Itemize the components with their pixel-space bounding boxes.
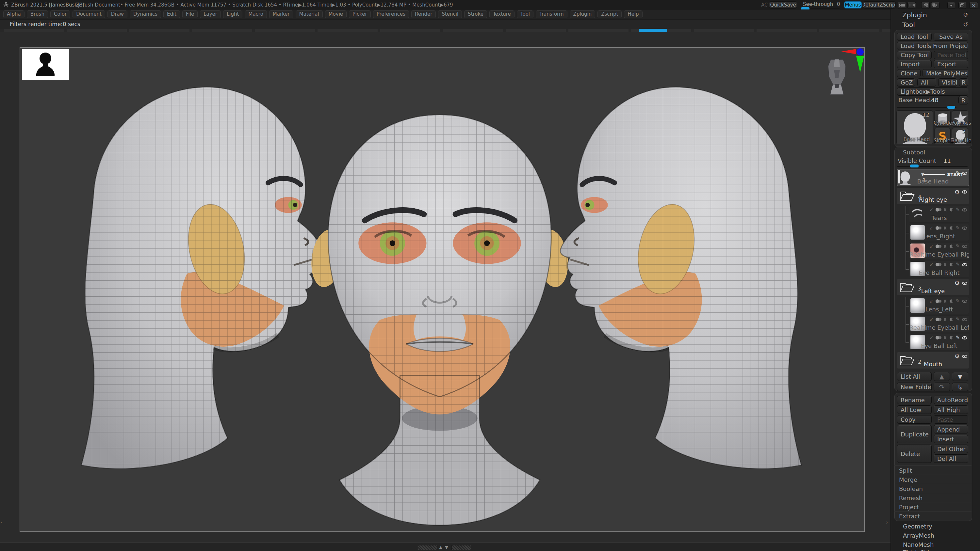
lightbox-tools-button[interactable]: Lightbox▶Tools (897, 87, 968, 96)
zplugin-palette-header[interactable]: Zplugin (902, 11, 927, 19)
menu-marker[interactable]: Marker (269, 10, 293, 18)
boolean-add-icon[interactable] (935, 263, 939, 266)
subtool-label[interactable]: Realtime Eyeball Right (910, 251, 969, 258)
right-edge-collapse-icon[interactable]: › (886, 520, 888, 525)
copy-tool-button[interactable]: Copy Tool (897, 51, 932, 59)
next-layout-button[interactable] (931, 2, 940, 9)
boolean-add-icon[interactable] (935, 318, 939, 321)
section-merge[interactable]: Merge (894, 475, 972, 484)
menu-tool[interactable]: Tool (517, 10, 533, 18)
subtool-label[interactable]: Tears (910, 214, 969, 221)
menu-zscript[interactable]: Zscript (598, 10, 622, 18)
boolean-subtract-icon[interactable] (944, 263, 947, 266)
boolean-subtract-icon[interactable] (944, 208, 947, 211)
head-front-view[interactable] (304, 94, 575, 532)
head-right-profile[interactable] (556, 49, 863, 522)
visibility-eye-icon[interactable] (962, 336, 967, 340)
move-up-button[interactable]: ▲ (934, 372, 950, 381)
goz-visible-button[interactable]: Visible (938, 78, 957, 86)
section-project[interactable]: Project (894, 502, 972, 511)
menu-alpha[interactable]: Alpha (3, 10, 24, 18)
subtool-row-realtime-eyeball-right[interactable]: ↙ ✎ Realtime Eyeball Right (909, 242, 969, 259)
del-all-button[interactable]: Del All (934, 454, 968, 463)
visibility-eye-icon[interactable] (962, 318, 967, 321)
copy-button[interactable]: Copy (897, 415, 932, 424)
visibility-eye-icon[interactable] (962, 245, 967, 248)
subtool-row-eye-ball-left[interactable]: ↙ ✎ Eye Ball Left (909, 333, 969, 351)
boolean-subtract-icon[interactable] (944, 299, 947, 303)
goz-r-button[interactable]: R (959, 78, 968, 86)
polypaint-arrow-icon[interactable]: ↙ (929, 317, 934, 322)
subtool-row-lens-left[interactable]: ↙ ✎ Lens_Left (909, 297, 969, 314)
menu-stencil[interactable]: Stencil (438, 10, 462, 18)
section-remesh[interactable]: Remesh (894, 493, 972, 502)
axis-gizmo[interactable] (840, 48, 864, 74)
paint-brush-icon[interactable]: ✎ (956, 244, 960, 249)
polypaint-arrow-icon[interactable]: ↙ (929, 225, 934, 230)
menu-light[interactable]: Light (223, 10, 242, 18)
section-thick-skin[interactable]: Thick Skin (903, 549, 933, 551)
paste-tool-button[interactable]: Paste Tool (934, 51, 968, 59)
section-arraymesh[interactable]: ArrayMesh (903, 532, 934, 539)
append-button[interactable]: Append (934, 425, 968, 433)
boolean-add-icon[interactable] (935, 226, 939, 230)
polypaint-arrow-icon[interactable]: ↙ (929, 335, 934, 340)
menu-brush[interactable]: Brush (27, 10, 48, 18)
subtool-label[interactable]: Mouth (897, 361, 969, 368)
polypaint-arrow-icon[interactable]: ↙ (929, 207, 934, 212)
boolean-intersect-icon[interactable] (950, 263, 953, 266)
zplugin-reset-icon[interactable]: ↺ (963, 11, 968, 18)
polypaint-arrow-icon[interactable]: ↙ (929, 244, 934, 249)
goz-button[interactable]: GoZ (897, 78, 915, 86)
menu-file[interactable]: File (182, 10, 197, 18)
close-button[interactable]: × (970, 2, 978, 9)
rename-button[interactable]: Rename (897, 395, 932, 404)
active-tool-name[interactable]: Base Head. (898, 97, 932, 103)
visibility-eye-icon[interactable] (962, 227, 967, 230)
active-tool-r-button[interactable]: R (958, 96, 968, 105)
menu-document[interactable]: Document (73, 10, 105, 18)
menu-edit[interactable]: Edit (163, 10, 180, 18)
subtool-label[interactable]: Left eye (897, 287, 969, 294)
left-tray-toggle-button[interactable] (898, 2, 906, 9)
menu-layer[interactable]: Layer (200, 10, 221, 18)
visibility-eye-icon[interactable] (962, 282, 967, 285)
save-as-button[interactable]: Save As (934, 33, 968, 41)
duplicate-button[interactable]: Duplicate (897, 425, 932, 443)
polypaint-arrow-icon[interactable]: ↙ (929, 262, 934, 267)
tray-grip-right[interactable] (452, 545, 471, 550)
menu-stroke[interactable]: Stroke (464, 10, 487, 18)
tray-up-arrow-icon[interactable]: ▲ (439, 545, 442, 550)
paint-brush-icon[interactable]: ✎ (956, 317, 960, 322)
paint-brush-icon[interactable]: ✎ (956, 335, 960, 340)
boolean-add-icon[interactable] (935, 299, 939, 303)
texture-preview-thumbnail[interactable] (22, 49, 69, 80)
default-zscript-button[interactable]: DefaultZScript (863, 1, 896, 8)
right-tray-toggle-button[interactable] (907, 2, 916, 9)
insert-button[interactable]: Insert (934, 435, 968, 443)
visibility-eye-icon[interactable] (962, 208, 967, 211)
boolean-add-icon[interactable] (935, 245, 939, 248)
boolean-add-icon[interactable] (935, 336, 939, 340)
load-tools-from-project-button[interactable]: Load Tools From Project (897, 42, 968, 50)
load-tool-button[interactable]: Load Tool (897, 33, 932, 41)
paint-brush-icon[interactable]: ✎ (956, 262, 960, 267)
subtool-row-lens-right[interactable]: ↙ ✎ Lens_Right (909, 224, 969, 241)
menu-draw[interactable]: Draw (108, 10, 127, 18)
delete-button[interactable]: Delete (897, 445, 932, 463)
subtool-label[interactable]: Eye Ball Right (910, 269, 969, 276)
boolean-subtract-icon[interactable] (944, 336, 947, 340)
clone-button[interactable]: Clone (897, 69, 921, 77)
autoreorder-button[interactable]: AutoReorder (934, 395, 968, 404)
visibility-eye-icon[interactable] (962, 263, 967, 266)
document-canvas[interactable] (20, 47, 865, 532)
subtool-row-base-head[interactable]: ▼ START 1 ✎ Base Head (897, 169, 969, 186)
boolean-intersect-icon[interactable] (950, 245, 953, 248)
tool-palette-header[interactable]: Tool (902, 21, 915, 29)
new-folder-button[interactable]: New Folder (897, 383, 932, 391)
paint-brush-icon[interactable]: ✎ (956, 299, 960, 303)
subtool-label[interactable]: Lens_Left (910, 306, 969, 313)
boolean-intersect-icon[interactable] (950, 336, 953, 340)
section-geometry[interactable]: Geometry (903, 523, 932, 530)
paste-button[interactable]: Paste (934, 415, 968, 424)
